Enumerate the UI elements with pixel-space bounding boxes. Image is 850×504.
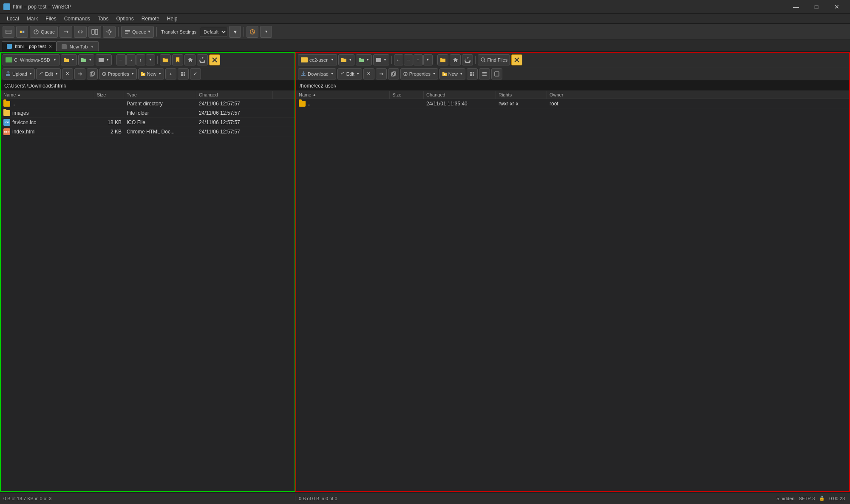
left-nav-dropdown[interactable]: ▼ xyxy=(146,54,155,65)
right-view3-btn[interactable] xyxy=(491,68,502,79)
right-folder-btn1[interactable] xyxy=(338,54,354,65)
toolbar-synchronize[interactable]: Queue xyxy=(30,26,58,38)
left-nav-up[interactable]: ↑ xyxy=(136,54,145,65)
left-folder-btn2[interactable] xyxy=(78,54,94,65)
left-home-btn[interactable] xyxy=(184,54,196,65)
right-col-changed[interactable]: Changed xyxy=(424,91,496,99)
right-properties-btn[interactable]: Properties xyxy=(400,68,438,79)
right-col-owner[interactable]: Owner xyxy=(547,91,849,99)
left-file-row-index[interactable]: HTM index.html 2 KB Chrome HTML Doc... 2… xyxy=(1,127,295,136)
toolbar-icon1[interactable] xyxy=(3,26,14,38)
right-new-btn[interactable]: New xyxy=(439,68,465,79)
menu-tabs[interactable]: Tabs xyxy=(94,15,112,23)
menu-options[interactable]: Options xyxy=(113,15,137,23)
left-col-size[interactable]: Size xyxy=(94,91,124,99)
queue-button[interactable]: Queue ▼ xyxy=(121,26,154,38)
right-find-files-btn[interactable]: Find Files xyxy=(478,54,510,65)
app-icon xyxy=(3,3,10,10)
right-col-rights[interactable]: Rights xyxy=(496,91,547,99)
sftp-label: SFTP-3 xyxy=(799,496,815,501)
right-edit-btn[interactable]: Edit xyxy=(337,68,362,79)
right-folder-btn2[interactable] xyxy=(356,54,372,65)
right-download-btn[interactable]: Download xyxy=(298,68,336,79)
left-path: C:\Users\ \Downloads\html\ xyxy=(4,83,66,89)
close-button[interactable]: ✕ xyxy=(827,0,847,14)
right-home-btn[interactable] xyxy=(450,54,461,65)
toolbar-icon2[interactable] xyxy=(16,26,28,38)
transfer-settings-select[interactable]: Default xyxy=(200,27,227,37)
right-drive-select[interactable]: ec2-user ▼ xyxy=(298,54,337,65)
right-nav-dropdown[interactable]: ▼ xyxy=(423,54,433,65)
tab-new-tab[interactable]: New Tab ▼ xyxy=(57,41,99,51)
right-delete-btn[interactable]: ✕ xyxy=(363,68,374,79)
left-view1-btn[interactable] xyxy=(178,68,189,79)
left-delete-btn[interactable]: ✕ xyxy=(62,68,73,79)
menu-local[interactable]: Local xyxy=(3,15,23,23)
left-file-row-images[interactable]: images File folder 24/11/06 12:57:57 xyxy=(1,108,295,118)
left-upload-btn[interactable]: Upload xyxy=(3,68,35,79)
toolbar-clock[interactable] xyxy=(246,26,258,38)
toolbar-settings[interactable] xyxy=(103,26,116,38)
tab-dropdown-2[interactable]: ▼ xyxy=(90,45,94,49)
left-status-text: 0 B of 18.7 KB in 0 of 3 xyxy=(3,496,51,501)
left-html-icon: HTM xyxy=(3,128,10,135)
minimize-button[interactable]: — xyxy=(786,0,806,14)
left-add-btn[interactable]: + xyxy=(165,68,176,79)
left-nav-back[interactable]: ← xyxy=(116,54,126,65)
left-file-row-parent[interactable]: .. Parent directory 24/11/06 12:57:57 xyxy=(1,99,295,108)
menu-files[interactable]: Files xyxy=(42,15,60,23)
right-col-size[interactable]: Size xyxy=(390,91,424,99)
left-bookmark-btn[interactable] xyxy=(172,54,183,65)
right-folder-btn3[interactable] xyxy=(373,54,389,65)
right-col-name[interactable]: Name ▲ xyxy=(296,91,390,99)
title-bar-left: html – pop-test – WinSCP xyxy=(3,3,71,10)
svg-rect-6 xyxy=(125,30,130,31)
toolbar-clock-dropdown[interactable]: ▼ xyxy=(260,26,272,38)
right-new-folder-btn[interactable] xyxy=(437,54,448,65)
right-cut-btn[interactable] xyxy=(511,54,522,65)
toolbar-compare[interactable] xyxy=(88,26,101,38)
right-nav-forward[interactable]: → xyxy=(404,54,413,65)
left-view2-btn[interactable]: ✓ xyxy=(190,68,201,79)
left-cell-type-images: File folder xyxy=(124,108,196,117)
toolbar-nav2[interactable] xyxy=(74,26,87,38)
menu-help[interactable]: Help xyxy=(164,15,181,23)
tab-close-1[interactable]: ✕ xyxy=(48,44,52,49)
left-file-list[interactable]: Name ▲ Size Type Changed .. Parent direc… xyxy=(1,91,295,491)
left-folder-btn1[interactable] xyxy=(61,54,77,65)
left-col-changed[interactable]: Changed xyxy=(196,91,273,99)
left-file-list-header: Name ▲ Size Type Changed xyxy=(1,91,295,99)
right-file-row-parent[interactable]: .. 24/11/01 11:35:40 rwxr-xr-x root xyxy=(296,99,849,108)
right-nav-back[interactable]: ← xyxy=(394,54,403,65)
tab-html-pop-test[interactable]: html – pop-test ✕ xyxy=(2,41,57,51)
menu-commands[interactable]: Commands xyxy=(61,15,94,23)
left-edit-btn[interactable]: Edit xyxy=(36,68,61,79)
right-view2-btn[interactable] xyxy=(479,68,490,79)
left-refresh-btn[interactable] xyxy=(197,54,208,65)
toolbar-nav1[interactable] xyxy=(60,26,72,38)
right-view1-btn[interactable] xyxy=(467,68,478,79)
left-col-name[interactable]: Name ▲ xyxy=(1,91,94,99)
left-move-btn[interactable] xyxy=(74,68,85,79)
title-bar: html – pop-test – WinSCP — □ ✕ xyxy=(0,0,850,14)
maximize-button[interactable]: □ xyxy=(807,0,826,14)
left-nav-forward[interactable]: → xyxy=(126,54,136,65)
left-col-type[interactable]: Type xyxy=(124,91,196,99)
left-cut-btn[interactable] xyxy=(209,54,220,65)
menu-remote[interactable]: Remote xyxy=(138,15,163,23)
left-new-btn[interactable]: New xyxy=(138,68,164,79)
right-file-list[interactable]: Name ▲ Size Changed Rights Owner .. 24/1… xyxy=(296,91,849,491)
menu-mark[interactable]: Mark xyxy=(23,15,42,23)
svg-rect-29 xyxy=(470,74,472,76)
left-folder-btn3[interactable] xyxy=(96,54,112,65)
right-copy-btn[interactable] xyxy=(388,68,399,79)
left-new-folder-btn[interactable] xyxy=(160,54,171,65)
right-nav-up[interactable]: ↑ xyxy=(414,54,423,65)
left-properties-btn[interactable]: Properties xyxy=(99,68,137,79)
left-copy-btn[interactable] xyxy=(87,68,98,79)
left-file-row-favicon[interactable]: ICO favicon.ico 18 KB ICO File 24/11/06 … xyxy=(1,118,295,127)
right-refresh-btn[interactable] xyxy=(462,54,473,65)
left-drive-select[interactable]: C: Windows-SSD ▼ xyxy=(3,54,60,65)
right-move-btn[interactable] xyxy=(376,68,387,79)
transfer-settings-dropdown[interactable]: ▼ xyxy=(229,26,241,38)
